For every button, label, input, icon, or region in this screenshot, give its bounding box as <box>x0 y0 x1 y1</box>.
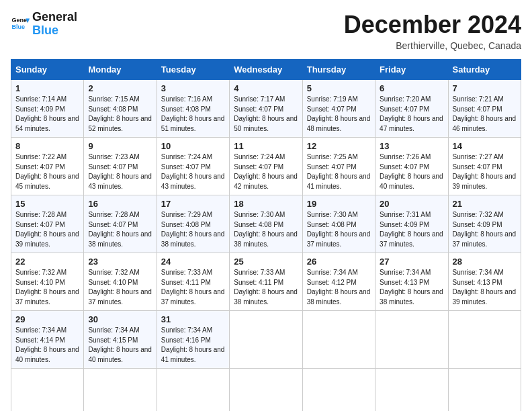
logo-text-blue: Blue <box>32 24 77 38</box>
day-number: 5 <box>307 83 371 93</box>
calendar-cell: 3Sunrise: 7:16 AMSunset: 4:08 PMDaylight… <box>157 80 229 138</box>
day-info: Sunrise: 7:28 AMSunset: 4:07 PMDaylight:… <box>88 210 152 249</box>
day-number: 23 <box>88 257 152 267</box>
calendar-cell <box>448 311 521 369</box>
calendar-cell <box>448 369 521 412</box>
day-info: Sunrise: 7:16 AMSunset: 4:08 PMDaylight:… <box>161 95 225 134</box>
calendar-cell: 12Sunrise: 7:25 AMSunset: 4:07 PMDayligh… <box>302 138 375 195</box>
day-info: Sunrise: 7:24 AMSunset: 4:07 PMDaylight:… <box>234 152 298 191</box>
calendar-week-row: 8Sunrise: 7:22 AMSunset: 4:07 PMDaylight… <box>11 138 521 195</box>
calendar-cell: 24Sunrise: 7:33 AMSunset: 4:11 PMDayligh… <box>157 253 229 311</box>
day-info: Sunrise: 7:29 AMSunset: 4:08 PMDaylight:… <box>161 210 225 249</box>
calendar-cell: 8Sunrise: 7:22 AMSunset: 4:07 PMDaylight… <box>11 138 84 195</box>
calendar-cell: 1Sunrise: 7:14 AMSunset: 4:09 PMDaylight… <box>11 80 84 138</box>
calendar-cell <box>11 369 84 412</box>
day-info: Sunrise: 7:26 AMSunset: 4:07 PMDaylight:… <box>380 152 443 191</box>
day-info: Sunrise: 7:32 AMSunset: 4:10 PMDaylight:… <box>88 268 152 307</box>
day-info: Sunrise: 7:34 AMSunset: 4:12 PMDaylight:… <box>307 268 371 307</box>
calendar-cell <box>84 369 157 412</box>
calendar-cell: 23Sunrise: 7:32 AMSunset: 4:10 PMDayligh… <box>84 253 157 311</box>
day-number: 13 <box>380 141 443 151</box>
day-info: Sunrise: 7:15 AMSunset: 4:08 PMDaylight:… <box>88 95 152 134</box>
day-number: 25 <box>234 257 298 267</box>
day-info: Sunrise: 7:34 AMSunset: 4:15 PMDaylight:… <box>88 326 152 365</box>
day-info: Sunrise: 7:20 AMSunset: 4:07 PMDaylight:… <box>380 95 443 134</box>
header-saturday: Saturday <box>448 60 521 80</box>
day-number: 11 <box>234 141 298 151</box>
day-info: Sunrise: 7:21 AMSunset: 4:07 PMDaylight:… <box>453 95 517 134</box>
day-number: 28 <box>453 257 517 267</box>
calendar-week-row <box>11 369 521 412</box>
calendar-cell: 10Sunrise: 7:24 AMSunset: 4:07 PMDayligh… <box>157 138 229 195</box>
day-info: Sunrise: 7:19 AMSunset: 4:07 PMDaylight:… <box>307 95 371 134</box>
day-info: Sunrise: 7:28 AMSunset: 4:07 PMDaylight:… <box>15 210 79 249</box>
calendar-cell: 19Sunrise: 7:30 AMSunset: 4:08 PMDayligh… <box>302 195 375 253</box>
day-number: 30 <box>88 314 152 324</box>
month-title: December 2024 <box>344 11 521 39</box>
day-number: 2 <box>88 83 152 93</box>
calendar-cell: 22Sunrise: 7:32 AMSunset: 4:10 PMDayligh… <box>11 253 84 311</box>
svg-text:Blue: Blue <box>11 24 25 30</box>
header-wednesday: Wednesday <box>230 60 302 80</box>
calendar-cell <box>375 369 448 412</box>
calendar-cell: 17Sunrise: 7:29 AMSunset: 4:08 PMDayligh… <box>157 195 229 253</box>
day-info: Sunrise: 7:34 AMSunset: 4:16 PMDaylight:… <box>161 326 225 365</box>
day-number: 16 <box>88 199 152 209</box>
subtitle: Berthierville, Quebec, Canada <box>344 40 521 51</box>
day-info: Sunrise: 7:22 AMSunset: 4:07 PMDaylight:… <box>15 152 79 191</box>
calendar-cell: 25Sunrise: 7:33 AMSunset: 4:11 PMDayligh… <box>230 253 302 311</box>
day-number: 3 <box>161 83 225 93</box>
day-info: Sunrise: 7:27 AMSunset: 4:07 PMDaylight:… <box>453 152 517 191</box>
calendar-cell: 9Sunrise: 7:23 AMSunset: 4:07 PMDaylight… <box>84 138 157 195</box>
day-info: Sunrise: 7:25 AMSunset: 4:07 PMDaylight:… <box>307 152 371 191</box>
day-number: 17 <box>161 199 225 209</box>
calendar-cell: 18Sunrise: 7:30 AMSunset: 4:08 PMDayligh… <box>230 195 302 253</box>
day-info: Sunrise: 7:30 AMSunset: 4:08 PMDaylight:… <box>307 210 371 249</box>
calendar-week-row: 22Sunrise: 7:32 AMSunset: 4:10 PMDayligh… <box>11 253 521 311</box>
day-number: 27 <box>380 257 443 267</box>
calendar-cell: 6Sunrise: 7:20 AMSunset: 4:07 PMDaylight… <box>375 80 448 138</box>
calendar-cell <box>230 311 302 369</box>
calendar-cell: 28Sunrise: 7:34 AMSunset: 4:13 PMDayligh… <box>448 253 521 311</box>
calendar-cell <box>375 311 448 369</box>
calendar-cell <box>230 369 302 412</box>
day-number: 26 <box>307 257 371 267</box>
header-tuesday: Tuesday <box>157 60 229 80</box>
day-info: Sunrise: 7:24 AMSunset: 4:07 PMDaylight:… <box>161 152 225 191</box>
header-sunday: Sunday <box>11 60 84 80</box>
day-info: Sunrise: 7:30 AMSunset: 4:08 PMDaylight:… <box>234 210 298 249</box>
day-info: Sunrise: 7:34 AMSunset: 4:14 PMDaylight:… <box>15 326 79 365</box>
day-number: 18 <box>234 199 298 209</box>
header-monday: Monday <box>84 60 157 80</box>
day-info: Sunrise: 7:32 AMSunset: 4:09 PMDaylight:… <box>453 210 517 249</box>
day-number: 10 <box>161 141 225 151</box>
calendar-week-row: 29Sunrise: 7:34 AMSunset: 4:14 PMDayligh… <box>11 311 521 369</box>
calendar-cell <box>157 369 229 412</box>
calendar-cell: 29Sunrise: 7:34 AMSunset: 4:14 PMDayligh… <box>11 311 84 369</box>
logo: General Blue General Blue <box>11 11 77 38</box>
title-section: December 2024 Berthierville, Quebec, Can… <box>344 11 521 51</box>
logo-icon: General Blue <box>11 15 30 34</box>
calendar-cell: 31Sunrise: 7:34 AMSunset: 4:16 PMDayligh… <box>157 311 229 369</box>
day-info: Sunrise: 7:14 AMSunset: 4:09 PMDaylight:… <box>15 95 79 134</box>
calendar-cell: 21Sunrise: 7:32 AMSunset: 4:09 PMDayligh… <box>448 195 521 253</box>
calendar-cell: 2Sunrise: 7:15 AMSunset: 4:08 PMDaylight… <box>84 80 157 138</box>
calendar-cell: 27Sunrise: 7:34 AMSunset: 4:13 PMDayligh… <box>375 253 448 311</box>
calendar-cell: 14Sunrise: 7:27 AMSunset: 4:07 PMDayligh… <box>448 138 521 195</box>
day-info: Sunrise: 7:31 AMSunset: 4:09 PMDaylight:… <box>380 210 443 249</box>
calendar-cell: 5Sunrise: 7:19 AMSunset: 4:07 PMDaylight… <box>302 80 375 138</box>
calendar-cell: 15Sunrise: 7:28 AMSunset: 4:07 PMDayligh… <box>11 195 84 253</box>
day-info: Sunrise: 7:34 AMSunset: 4:13 PMDaylight:… <box>380 268 443 307</box>
day-number: 15 <box>15 199 79 209</box>
page-header: General Blue General Blue December 2024 … <box>11 11 521 51</box>
day-number: 14 <box>453 141 517 151</box>
calendar-table: Sunday Monday Tuesday Wednesday Thursday… <box>11 59 521 411</box>
calendar-week-row: 15Sunrise: 7:28 AMSunset: 4:07 PMDayligh… <box>11 195 521 253</box>
calendar-cell: 16Sunrise: 7:28 AMSunset: 4:07 PMDayligh… <box>84 195 157 253</box>
day-info: Sunrise: 7:17 AMSunset: 4:07 PMDaylight:… <box>234 95 298 134</box>
day-number: 20 <box>380 199 443 209</box>
day-number: 12 <box>307 141 371 151</box>
calendar-cell: 20Sunrise: 7:31 AMSunset: 4:09 PMDayligh… <box>375 195 448 253</box>
day-number: 22 <box>15 257 79 267</box>
logo-text-general: General <box>32 11 77 24</box>
